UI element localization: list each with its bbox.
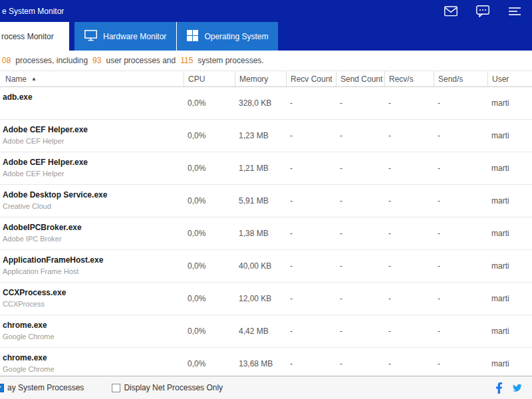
process-description: Application Frame Host [3, 267, 184, 276]
process-summary: 08 processes, including 93 user processe… [0, 51, 532, 70]
memory-cell: 1,38 MB [235, 217, 286, 249]
table-row[interactable]: CCXProcess.exe CCXProcess 0,0% 12,00 KB … [0, 283, 532, 315]
name-cell: chrome.exe Google Chrome [0, 348, 184, 376]
recv-count-cell: - [286, 120, 336, 152]
recv-count-cell: - [286, 315, 336, 347]
app-window: e System Monitor rocess Monitor Hardware… [0, 0, 532, 399]
send-s-cell: - [434, 250, 487, 282]
cpu-cell: 0,0% [184, 87, 235, 119]
chat-icon[interactable] [476, 5, 489, 17]
display-net-processes-checkbox[interactable] [112, 384, 120, 392]
send-count-cell: - [336, 250, 384, 282]
send-s-cell: - [434, 185, 487, 217]
cpu-cell: 0,0% [184, 348, 235, 376]
recv-count-cell: - [286, 348, 336, 376]
process-description: Google Chrome [3, 332, 184, 341]
recv-s-cell: - [384, 315, 434, 347]
column-header-user[interactable]: User [487, 71, 532, 86]
tab-label: Operating System [204, 32, 268, 41]
facebook-icon[interactable] [495, 382, 503, 394]
name-cell: adb.exe [0, 87, 184, 119]
user-cell: marti [487, 217, 532, 249]
send-count-cell: - [336, 120, 384, 152]
tab-process-monitor[interactable]: rocess Monitor [0, 22, 69, 51]
name-cell: CCXProcess.exe CCXProcess [0, 283, 184, 315]
tab-operating-system[interactable]: Operating System [177, 22, 278, 51]
menu-lines-icon[interactable] [508, 6, 521, 17]
process-name: AdobeIPCBroker.exe [3, 223, 184, 233]
cpu-cell: 0,0% [184, 250, 235, 282]
tab-label: Hardware Monitor [103, 32, 166, 41]
footer-bar: ay System Processes Display Net Processe… [0, 376, 532, 399]
process-name: chrome.exe [3, 353, 184, 363]
process-name: ApplicationFrameHost.exe [3, 255, 184, 265]
process-description: Google Chrome [3, 364, 184, 374]
cpu-cell: 0,0% [184, 185, 235, 217]
table-row[interactable]: AdobeIPCBroker.exe Adobe IPC Broker 0,0%… [0, 217, 532, 250]
column-header-cpu[interactable]: CPU [184, 71, 235, 86]
display-system-processes-label[interactable]: ay System Processes [7, 383, 84, 392]
table-row[interactable]: ApplicationFrameHost.exe Application Fra… [0, 250, 532, 283]
process-description: CCXProcess [3, 299, 184, 309]
recv-s-cell: - [384, 250, 434, 282]
memory-cell: 1,23 MB [235, 120, 286, 152]
send-s-cell: - [434, 152, 487, 184]
process-name: Adobe Desktop Service.exe [3, 190, 184, 200]
titlebar-icons [444, 5, 521, 17]
table-row[interactable]: chrome.exe Google Chrome 0,0% 13,68 MB -… [0, 348, 532, 376]
recv-s-cell: - [384, 120, 434, 152]
send-count-cell: - [336, 185, 384, 217]
summary-text: processes, including [15, 56, 88, 65]
user-cell: marti [487, 185, 532, 217]
recv-count-cell: - [286, 185, 336, 217]
windows-icon [187, 30, 198, 43]
name-cell: AdobeIPCBroker.exe Adobe IPC Broker [0, 217, 184, 249]
column-header-name[interactable]: Name ▲ [0, 71, 184, 86]
tab-label: rocess Monitor [1, 32, 54, 41]
name-cell: Adobe CEF Helper.exe Adobe CEF Helper [0, 152, 184, 184]
name-cell: ApplicationFrameHost.exe Application Fra… [0, 250, 184, 282]
process-name: CCXProcess.exe [3, 288, 184, 298]
tab-gap [69, 22, 74, 51]
send-count-cell: - [336, 348, 384, 376]
recv-s-cell: - [384, 348, 434, 376]
column-header-send-s[interactable]: Send/s [434, 71, 487, 86]
send-count-cell: - [336, 87, 384, 119]
user-process-count: 93 [92, 56, 101, 65]
system-process-count: 115 [180, 56, 193, 65]
sort-ascending-icon: ▲ [31, 76, 37, 82]
memory-cell: 5,91 MB [235, 185, 286, 217]
recv-count-cell: - [286, 250, 336, 282]
user-cell: marti [487, 283, 532, 315]
table-row[interactable]: Adobe Desktop Service.exe Creative Cloud… [0, 185, 532, 217]
memory-cell: 40,00 KB [235, 250, 286, 282]
memory-cell: 4,42 MB [235, 315, 286, 347]
column-header-send-count[interactable]: Send Count [336, 71, 384, 86]
send-s-cell: - [434, 217, 487, 249]
display-net-processes-label[interactable]: Display Net Processes Only [124, 383, 223, 392]
tab-hardware-monitor[interactable]: Hardware Monitor [74, 22, 176, 51]
display-system-processes-checkbox[interactable] [0, 384, 4, 392]
twitter-icon[interactable] [511, 383, 523, 393]
column-header-recv-s[interactable]: Recv/s [384, 71, 434, 86]
table-row[interactable]: chrome.exe Google Chrome 0,0% 4,42 MB - … [0, 315, 532, 348]
user-cell: marti [487, 152, 532, 184]
column-header-recv-count[interactable]: Recv Count [286, 71, 336, 86]
process-description: Adobe IPC Broker [3, 234, 184, 243]
mail-icon[interactable] [444, 6, 458, 17]
cpu-cell: 0,0% [184, 217, 235, 249]
social-icons [495, 382, 523, 394]
memory-cell: 328,0 KB [235, 87, 286, 119]
recv-s-cell: - [384, 87, 434, 119]
column-header-memory[interactable]: Memory [235, 71, 286, 86]
table-row[interactable]: Adobe CEF Helper.exe Adobe CEF Helper 0,… [0, 120, 532, 152]
column-label: Name [5, 74, 27, 84]
memory-cell: 12,00 KB [235, 283, 286, 315]
table-row[interactable]: Adobe CEF Helper.exe Adobe CEF Helper 0,… [0, 152, 532, 185]
memory-cell: 13,68 MB [235, 348, 286, 376]
recv-s-cell: - [384, 152, 434, 184]
table-row[interactable]: adb.exe 0,0% 328,0 KB - - - - marti [0, 87, 532, 120]
memory-cell: 1,21 MB [235, 152, 286, 184]
user-cell: marti [487, 315, 532, 347]
send-count-cell: - [336, 152, 384, 184]
